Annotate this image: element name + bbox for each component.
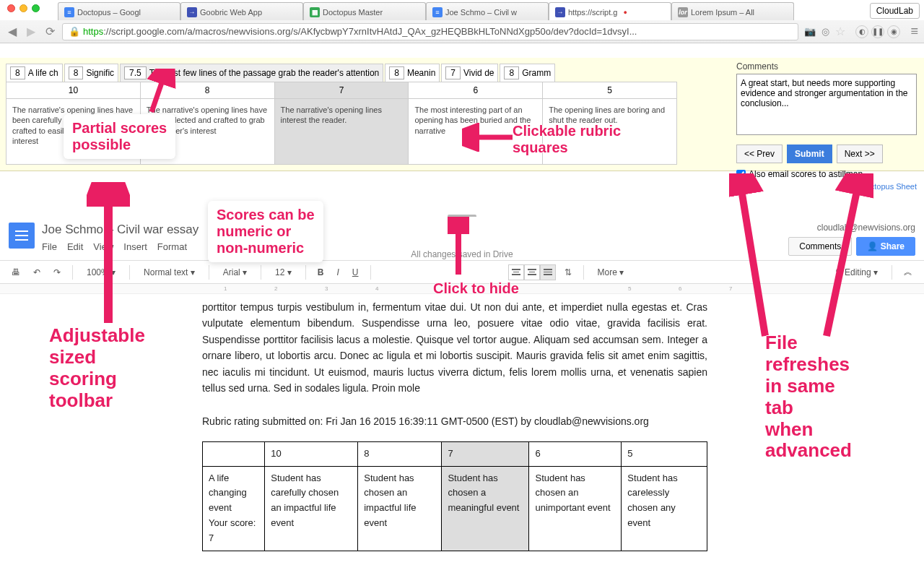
criterion-tab[interactable]: 8Gramm [500,64,555,82]
criterion-tab[interactable]: 8Meanin [385,64,440,82]
criterion-tab[interactable]: 8A life ch [6,64,63,82]
align-justify-icon[interactable] [540,264,556,280]
menu-edit[interactable]: Edit [67,241,83,252]
address-bar-row: ◀ ▶ ⟳ 🔒 https ://script.google.com/a/mac… [0,20,924,43]
back-button[interactable]: ◀ [6,25,19,38]
score-input[interactable]: 8 [10,66,25,79]
rubric-square[interactable]: 5The opening lines are boring and shut t… [543,82,676,164]
score-input[interactable]: 8 [69,66,84,79]
doc-title[interactable]: Joe Schmo – Civil war essay [42,223,781,237]
criterion-tab-active[interactable]: 7.5The first few lines of the passage gr… [120,64,383,82]
level-desc: The most interesting part of an opening … [409,99,542,164]
redo-icon[interactable]: ↷ [49,265,65,280]
docs-app-icon[interactable] [9,223,35,249]
tab-lorem[interactable]: lorLorem Ipsum – All [671,2,794,21]
minimize-window-icon[interactable] [19,4,27,12]
rubric-square[interactable]: 6The most interesting part of an opening… [409,82,543,164]
table-cell [203,441,265,466]
underline-icon[interactable]: U [348,265,363,280]
tab-label: https://script.g [568,8,617,17]
tab-master[interactable]: ▦Doctopus Master [303,2,426,21]
close-window-icon[interactable] [7,4,15,12]
account-email[interactable]: cloudlab@newvisions.org [817,223,915,233]
score-input[interactable]: 7.5 [124,66,147,79]
cloudlab-button[interactable]: CloudLab [870,3,920,19]
font-select[interactable]: Arial ▾ [217,264,253,280]
score-input[interactable]: 8 [504,66,519,79]
rubric-table: 10 8 7 6 5 A life changing event Your sc… [202,441,707,551]
criterion-label: Signific [86,68,114,78]
level-score: 6 [409,82,542,99]
comments-button[interactable]: Comments [788,237,852,256]
table-cell: Student has carefully chosen an impactfu… [265,466,358,551]
url-input[interactable]: 🔒 https ://script.google.com/a/macros/ne… [62,23,798,40]
align-left-icon[interactable] [508,264,524,280]
criterion-label: Meanin [407,68,435,78]
target-icon[interactable]: ◎ [821,26,829,37]
rubric-square[interactable]: 8The narrative's opening lines have been… [141,82,275,164]
chrome-menu-icon[interactable]: ≡ [910,24,918,39]
level-score: 7 [275,82,409,99]
goobric-icon: → [555,7,565,17]
rubric-square-active[interactable]: 7The narrative's opening lines interest … [275,82,409,164]
doctopus-sheet-link[interactable]: Doctopus Sheet [860,182,917,191]
star-icon[interactable]: ☆ [835,25,845,38]
tab-doctopus[interactable]: ≡Doctopus – Googl [58,2,180,21]
table-cell: 7 [442,441,529,466]
undo-icon[interactable]: ↶ [29,265,45,280]
criterion-tab[interactable]: 8Signific [64,64,118,82]
url-path: ://script.google.com/a/macros/newvisions… [103,26,637,37]
bold-icon[interactable]: B [313,265,328,280]
italic-icon[interactable]: I [332,265,343,280]
email-label: Also email scores to astillman [749,169,863,179]
ext-icon-2[interactable]: ❚❚ [871,25,884,38]
tab-goobric[interactable]: →Goobric Web App [180,2,303,21]
menu-view[interactable]: View [93,241,113,252]
level-score: 8 [141,82,274,99]
sheets-icon: ▦ [310,7,320,17]
menu-insert[interactable]: Insert [123,241,147,252]
criterion-tab[interactable]: 7Vivid de [441,64,498,82]
zoom-select[interactable]: 100% ▾ [80,264,122,280]
collapse-icon[interactable]: ︽ [899,264,917,280]
next-button[interactable]: Next >> [837,144,883,163]
tab-label: Doctopus Master [323,8,383,17]
ext-icon-3[interactable]: ◉ [887,25,900,38]
reload-button[interactable]: ⟳ [43,25,56,38]
prev-button[interactable]: << Prev [736,144,783,163]
menu-file[interactable]: File [42,241,57,252]
comments-input[interactable] [736,74,917,135]
comments-label: Comments [736,61,917,72]
score-input[interactable]: 7 [445,66,461,79]
table-row: A life changing event Your score: 7 Stud… [203,466,707,551]
doc-page[interactable]: porttitor tempus turpis vestibulum in, f… [202,299,707,551]
email-checkbox[interactable] [736,170,746,179]
style-select[interactable]: Normal text ▾ [137,264,201,280]
rubric-grid: 10The narrative's opening lines have bee… [6,82,677,165]
editing-mode[interactable]: ✎ Editing ▾ [829,264,884,280]
tab-joe[interactable]: ≡Joe Schmo – Civil w [426,2,549,21]
more-button[interactable]: More ▾ [591,264,631,280]
screenshot-icon[interactable]: 📷 [804,26,816,37]
line-spacing-icon[interactable]: ⇅ [560,265,576,280]
ext-icon-1[interactable]: ◐ [855,25,868,38]
forward-button[interactable]: ▶ [25,25,38,38]
score-input[interactable]: 8 [389,66,404,79]
tab-script[interactable]: →https://script.g● [549,2,671,21]
submit-button[interactable]: Submit [787,144,832,163]
table-row: 10 8 7 6 5 [203,441,707,466]
align-center-icon[interactable] [524,264,540,280]
criterion-label: Vivid de [463,68,494,78]
share-button[interactable]: 👤 Share [856,237,915,256]
menu-format[interactable]: Format [157,241,187,252]
table-cell: A life changing event Your score: 7 [203,466,265,551]
rubric-square[interactable]: 10The narrative's opening lines have bee… [6,82,141,164]
criterion-label: A life ch [28,68,58,78]
size-select[interactable]: 12 ▾ [269,264,298,280]
level-desc: The opening lines are boring and shut th… [543,99,676,164]
email-scores-row: Also email scores to astillman [736,169,917,179]
maximize-window-icon[interactable] [32,4,40,12]
ruler[interactable]: 1 2 3 4 5 6 7 [0,284,924,294]
print-icon[interactable]: 🖶 [7,265,25,280]
browser-tabs: ≡Doctopus – Googl →Goobric Web App ▦Doct… [58,2,881,21]
